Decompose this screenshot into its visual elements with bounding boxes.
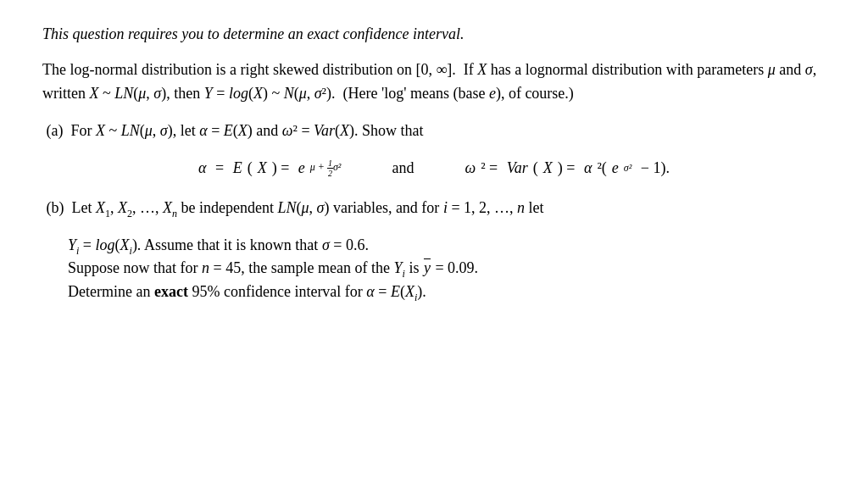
part-b-section: (b) Let X1, X2, …, Xn be independent LN(… (42, 197, 826, 305)
part-b-line1: (b) Let X1, X2, …, Xn be independent LN(… (42, 197, 826, 220)
part-a-intro: (a) For X ~ LN(μ, σ), let α = E(X) and ω… (42, 119, 826, 143)
part-b-line2: Yi = log(Xi). Assume that it is known th… (42, 234, 826, 258)
equation-right: ω² = Var(X) = α²(eσ² − 1). (465, 159, 669, 177)
part-b-line4: Determine an exact 95% confidence interv… (42, 281, 826, 304)
main-paragraph: The log-normal distribution is a right s… (42, 58, 826, 106)
part-a-section: (a) For X ~ LN(μ, σ), let α = E(X) and ω… (42, 119, 826, 178)
equation-left: α = E(X) = eμ + 1 2 σ² (198, 158, 341, 178)
equation-row: α = E(X) = eμ + 1 2 σ² and ω² = Var(X) =… (42, 158, 826, 178)
and-text: and (392, 159, 414, 177)
part-b-line3: Suppose now that for n = 45, the sample … (42, 257, 826, 281)
intro-text: This question requires you to determine … (42, 25, 826, 43)
